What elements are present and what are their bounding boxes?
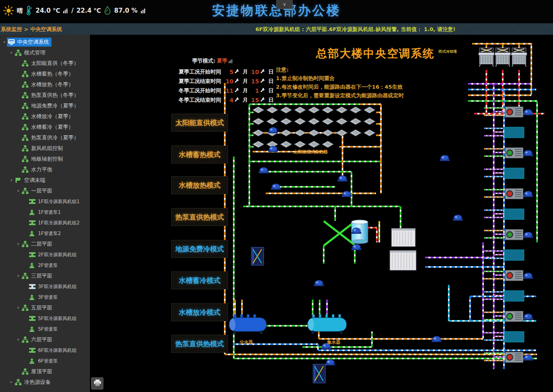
- edit-day-wrench-icon[interactable]: [260, 78, 266, 84]
- tree-item-hydraulic-balance[interactable]: ∨水力平衡: [0, 164, 90, 175]
- fan-coil-unit[interactable]: [505, 188, 523, 199]
- mode-button-2[interactable]: 水槽放热模式: [171, 176, 228, 194]
- tree-item-1f-pump-1[interactable]: ∨1F管道泵1: [0, 207, 90, 217]
- pump-icon[interactable]: [453, 215, 463, 221]
- tree-item-floor-1[interactable]: ∨一层平面: [0, 186, 90, 196]
- pump-icon[interactable]: [523, 150, 533, 157]
- pump-icon[interactable]: [342, 191, 352, 197]
- pump-icon[interactable]: [325, 360, 335, 366]
- edit-day-wrench-icon[interactable]: [260, 88, 266, 93]
- tree-item-tank-store-heat-winter[interactable]: ∨水槽蓄热（冬季）: [0, 69, 90, 79]
- fan-coil-unit[interactable]: [505, 107, 523, 117]
- tree-item-fresh-air-unit-control[interactable]: ∨新风机组控制: [0, 143, 90, 154]
- tree-item-1f-pump-2[interactable]: ∨1F管道泵2: [0, 228, 90, 239]
- pump-icon[interactable]: [314, 280, 324, 287]
- tree-item-2f-ahu[interactable]: ∨2F双冷源新风机组: [0, 249, 90, 260]
- fan-coil-unit[interactable]: [505, 229, 523, 240]
- pump-icon[interactable]: [268, 146, 278, 152]
- pump-icon[interactable]: [432, 336, 441, 343]
- fan-coil-unit[interactable]: [505, 311, 523, 322]
- mode-button-1[interactable]: 水槽蓄热模式: [171, 146, 228, 164]
- pump-icon[interactable]: [271, 184, 281, 190]
- tree-item-ac-terminals[interactable]: ∨空调末端: [0, 175, 90, 186]
- water-distributor-tank[interactable]: [229, 314, 266, 334]
- edit-day-wrench-icon[interactable]: [260, 69, 266, 74]
- tree-item-3f-pump[interactable]: ∨3F管道泵: [0, 292, 90, 302]
- tree-item-floor-6[interactable]: ∨六层平面: [0, 334, 90, 345]
- tree-item-tank-release-cool-summer[interactable]: ∨水槽放冷（夏季）: [0, 111, 90, 122]
- tree-item-5f-pump[interactable]: ∨5F管道泵: [0, 324, 90, 334]
- pump-icon[interactable]: [523, 355, 533, 361]
- tree-item-tank-release-heat-winter[interactable]: ∨水槽放热（冬季）: [0, 79, 90, 90]
- collapse-tab[interactable]: ∨: [276, 0, 293, 9]
- breadcrumb[interactable]: 系统监控 > 中央空调系统: [1, 26, 62, 33]
- pump-icon[interactable]: [259, 168, 269, 174]
- pump-icon[interactable]: [523, 232, 533, 238]
- mode-button-4[interactable]: 地源免费冷模式: [171, 240, 228, 258]
- tree-item-floor-5[interactable]: ∨五层平面: [0, 302, 90, 313]
- cooling-tower[interactable]: [511, 48, 527, 67]
- chevron-down-icon[interactable]: ∨: [16, 242, 21, 246]
- tree-item-floor-radiant-control[interactable]: ∨地板辐射控制: [0, 154, 90, 164]
- terminal-label-box[interactable]: [504, 332, 524, 342]
- tree-item-mode-management[interactable]: ∨模式管理: [0, 47, 90, 58]
- mode-button-0[interactable]: 太阳能直供模式: [171, 114, 228, 132]
- mode-button-6[interactable]: 水槽放冷模式: [171, 303, 228, 321]
- tree-item-5f-ahu[interactable]: ∨5F双冷源新风机组: [0, 313, 90, 324]
- edit-day-wrench-icon[interactable]: [260, 97, 266, 103]
- tree-item-solar-direct-winter[interactable]: ∨太阳能直供（冬季）: [0, 58, 90, 69]
- terminal-label-box[interactable]: [504, 250, 524, 260]
- chevron-down-icon[interactable]: ∨: [16, 338, 21, 341]
- edit-month-wrench-icon[interactable]: [234, 78, 240, 84]
- chevron-right-icon[interactable]: >: [9, 381, 14, 384]
- pump-icon[interactable]: [352, 244, 361, 251]
- tree-item-tank-store-cool-summer[interactable]: ∨水槽蓄冷（夏季）: [0, 122, 90, 132]
- tree-item-3f-ahu[interactable]: ∨3F双冷源新风机组: [0, 281, 90, 292]
- tree-item-roof[interactable]: ∨屋顶平面: [0, 366, 90, 377]
- chevron-down-icon[interactable]: ∨: [16, 189, 21, 193]
- pump-icon[interactable]: [338, 176, 347, 182]
- chevron-down-icon[interactable]: ∨: [16, 274, 21, 278]
- fan-coil-unit[interactable]: [505, 270, 523, 281]
- chevron-down-icon[interactable]: ∨: [2, 40, 7, 44]
- pump-icon[interactable]: [268, 128, 278, 134]
- mode-button-5[interactable]: 水槽蓄冷模式: [171, 271, 228, 289]
- water-collector-tank[interactable]: [307, 314, 347, 334]
- pump-icon[interactable]: [523, 191, 533, 197]
- terminal-label-box[interactable]: [504, 168, 524, 179]
- terminal-label-box[interactable]: [504, 209, 524, 220]
- tree-item-heatpump-direct-heat-winter[interactable]: ∨热泵直供热（冬季）: [0, 90, 90, 101]
- chiller-unit[interactable]: [390, 251, 416, 270]
- mode-button-3[interactable]: 热泵直供热模式: [171, 208, 228, 226]
- terminal-label-box[interactable]: [504, 127, 524, 138]
- chevron-down-icon[interactable]: ∨: [16, 306, 21, 309]
- tree-item-1f-ahu-2[interactable]: ∨1F双冷源新风机组2: [0, 217, 90, 228]
- tree-item-central-ac-system[interactable]: ∨中央空调系统: [0, 37, 90, 47]
- chevron-down-icon[interactable]: ∨: [9, 179, 14, 182]
- tree-item-6f-ahu[interactable]: ∨6F双冷源新风机组: [0, 345, 90, 356]
- pump-icon[interactable]: [523, 110, 533, 116]
- chevron-down-icon[interactable]: ∨: [9, 51, 14, 54]
- cooling-tower[interactable]: [479, 48, 494, 67]
- edit-month-wrench-icon[interactable]: [234, 69, 240, 74]
- tree-item-floor-3[interactable]: ∨三层平面: [0, 271, 90, 281]
- tree-item-floor-2[interactable]: ∨二层平面: [0, 239, 90, 249]
- fan-coil-unit[interactable]: [505, 352, 523, 363]
- fan-coil-unit[interactable]: [505, 148, 523, 158]
- tree-item-cold-heat-source[interactable]: >冷热源设备: [0, 377, 90, 388]
- tree-item-ground-free-cooling-summer[interactable]: ∨地源免费冷（夏季）: [0, 101, 90, 111]
- pump-icon[interactable]: [440, 155, 450, 161]
- cooling-tower[interactable]: [495, 48, 510, 67]
- mode-button-7[interactable]: 热泵直供热模式: [171, 335, 228, 353]
- edit-month-wrench-icon[interactable]: [234, 97, 240, 103]
- pump-icon[interactable]: [523, 273, 533, 279]
- tree-item-6f-pump[interactable]: ∨6F管道泵: [0, 356, 90, 366]
- chiller-unit[interactable]: [392, 228, 415, 246]
- terminal-label-box[interactable]: [504, 291, 524, 301]
- plate-heat-exchanger[interactable]: [251, 247, 264, 265]
- edit-month-wrench-icon[interactable]: [234, 88, 240, 93]
- pump-icon[interactable]: [523, 314, 533, 320]
- tree-item-2f-pump[interactable]: ∨2F管道泵: [0, 260, 90, 271]
- print-button[interactable]: [91, 377, 103, 390]
- tree-item-1f-ahu-1[interactable]: ∨1F双冷源新风机组1: [0, 196, 90, 207]
